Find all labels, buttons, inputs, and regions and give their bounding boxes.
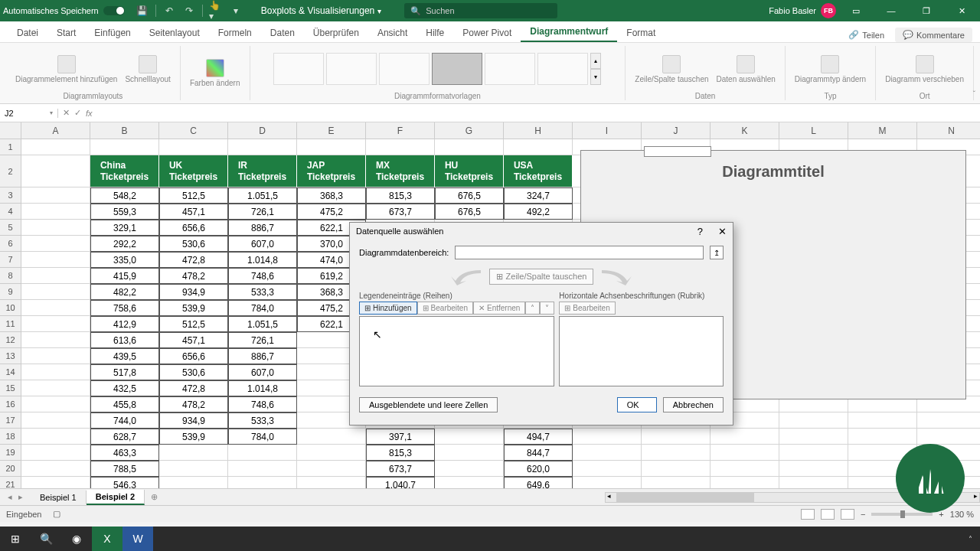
add-sheet-button[interactable]: ⊕ — [145, 492, 164, 502]
obs-icon[interactable]: ◉ — [61, 527, 92, 551]
comments-button[interactable]: 💬 Kommentare — [895, 28, 972, 42]
table-header[interactable]: MXTicketpreis — [366, 155, 435, 187]
data-cell[interactable]: 748,6 — [228, 268, 297, 284]
data-cell[interactable]: 329,1 — [90, 220, 159, 236]
add-chart-element-button[interactable]: Diagrammelement hinzufügen — [12, 54, 120, 85]
row-header-17[interactable]: 17 — [0, 412, 21, 429]
avatar[interactable]: FB — [821, 3, 836, 18]
page-break-view-icon[interactable] — [841, 509, 854, 520]
row-header-18[interactable]: 18 — [0, 429, 21, 445]
style-1[interactable] — [273, 53, 324, 85]
minimize-button[interactable]: — — [876, 0, 906, 21]
data-cell[interactable] — [228, 445, 297, 461]
row-header-5[interactable]: 5 — [0, 220, 21, 236]
add-series-button[interactable]: ⊞ Hinzufügen — [359, 302, 417, 315]
data-cell[interactable]: 748,6 — [228, 396, 297, 412]
qat-more-icon[interactable]: ▾ — [229, 4, 243, 18]
data-cell[interactable]: 292,2 — [90, 236, 159, 252]
data-cell[interactable]: 934,9 — [159, 284, 228, 300]
start-button[interactable]: ⊞ — [0, 527, 31, 551]
tab-start[interactable]: Start — [47, 24, 85, 42]
row-header-12[interactable]: 12 — [0, 332, 21, 348]
move-chart-button[interactable]: Diagramm verschieben — [882, 54, 967, 85]
column-headers[interactable]: ABCDEFGHIJKLMN — [21, 122, 980, 139]
data-cell[interactable]: 546,3 — [90, 477, 159, 488]
quick-layout-button[interactable]: Schnelllayout — [122, 54, 173, 85]
data-cell[interactable]: 744,0 — [90, 412, 159, 429]
data-cell[interactable] — [228, 461, 297, 477]
data-cell[interactable]: 539,9 — [159, 300, 228, 316]
data-cell[interactable]: 530,6 — [159, 236, 228, 252]
tab-seitenlayout[interactable]: Seitenlayout — [140, 24, 209, 42]
move-up-button[interactable]: ˄ — [525, 302, 540, 315]
data-cell[interactable]: 1.014,8 — [228, 380, 297, 396]
data-cell[interactable]: 620,0 — [504, 461, 573, 477]
tab-ansicht[interactable]: Ansicht — [368, 24, 416, 42]
redo-icon[interactable]: ↷ — [182, 4, 196, 18]
col-header-C[interactable]: C — [159, 122, 228, 139]
style-4[interactable] — [432, 53, 482, 85]
col-header-N[interactable]: N — [917, 122, 980, 139]
macro-record-icon[interactable]: ▢ — [53, 509, 60, 519]
tray-up-icon[interactable]: ˄ — [969, 535, 972, 543]
data-cell[interactable] — [435, 461, 504, 477]
search-input[interactable]: 🔍 Suchen — [404, 3, 557, 18]
row-headers[interactable]: 123456789101112131415161718192021 — [0, 139, 21, 488]
data-cell[interactable] — [228, 477, 297, 488]
row-header-19[interactable]: 19 — [0, 445, 21, 461]
col-header-F[interactable]: F — [366, 122, 435, 139]
ribbon-mode-icon[interactable]: ▭ — [841, 0, 871, 21]
data-cell[interactable]: 1.051,5 — [228, 187, 297, 204]
col-header-K[interactable]: K — [710, 122, 779, 139]
tab-formeln[interactable]: Formeln — [209, 24, 261, 42]
data-cell[interactable]: 472,8 — [159, 380, 228, 396]
save-icon[interactable]: 💾 — [136, 4, 149, 18]
row-header-8[interactable]: 8 — [0, 268, 21, 284]
data-cell[interactable]: 530,6 — [159, 364, 228, 380]
data-cell[interactable] — [297, 461, 366, 477]
axis-labels-list[interactable] — [559, 316, 724, 386]
table-header[interactable]: UKTicketpreis — [159, 155, 228, 187]
page-layout-view-icon[interactable] — [821, 509, 835, 520]
search-taskbar-icon[interactable]: 🔍 — [31, 527, 61, 551]
col-header-B[interactable]: B — [90, 122, 159, 139]
dialog-help-icon[interactable]: ? — [697, 226, 703, 237]
col-header-L[interactable]: L — [779, 122, 848, 139]
tab-daten[interactable]: Daten — [261, 24, 304, 42]
data-cell[interactable]: 533,3 — [228, 412, 297, 429]
data-cell[interactable]: 494,7 — [504, 429, 573, 445]
table-header[interactable]: ChinaTicketpreis — [90, 155, 159, 187]
data-cell[interactable]: 628,7 — [90, 429, 159, 445]
data-cell[interactable]: 533,3 — [228, 284, 297, 300]
chart-data-range-input[interactable] — [455, 246, 704, 259]
data-cell[interactable] — [159, 461, 228, 477]
change-chart-type-button[interactable]: Diagrammtyp ändern — [792, 54, 869, 85]
row-header-3[interactable]: 3 — [0, 187, 21, 204]
style-3[interactable] — [379, 53, 430, 85]
data-cell[interactable]: 397,1 — [366, 429, 435, 445]
tab-diagrammentwurf[interactable]: Diagrammentwurf — [521, 22, 617, 42]
change-colors-button[interactable]: Farben ändern — [187, 57, 243, 89]
data-cell[interactable]: 1.040,7 — [366, 477, 435, 488]
legend-entries-list[interactable] — [359, 316, 554, 386]
chart-selection-handle[interactable] — [644, 146, 711, 157]
data-cell[interactable]: 649,6 — [504, 477, 573, 488]
data-cell[interactable]: 676,5 — [435, 187, 504, 204]
data-cell[interactable]: 607,0 — [228, 236, 297, 252]
data-cell[interactable]: 726,1 — [228, 204, 297, 220]
data-cell[interactable]: 1.014,8 — [228, 252, 297, 268]
data-cell[interactable] — [297, 429, 366, 445]
data-cell[interactable]: 548,2 — [90, 187, 159, 204]
data-cell[interactable]: 472,8 — [159, 252, 228, 268]
data-cell[interactable]: 463,3 — [90, 445, 159, 461]
data-cell[interactable]: 412,9 — [90, 316, 159, 332]
style-6[interactable] — [537, 53, 588, 85]
col-header-E[interactable]: E — [297, 122, 366, 139]
data-cell[interactable]: 439,5 — [90, 348, 159, 364]
data-cell[interactable]: 482,2 — [90, 284, 159, 300]
remove-series-button[interactable]: ✕ Entfernen — [473, 302, 525, 315]
data-cell[interactable]: 607,0 — [228, 364, 297, 380]
data-cell[interactable]: 512,5 — [159, 316, 228, 332]
data-cell[interactable]: 457,1 — [159, 332, 228, 348]
data-cell[interactable]: 324,7 — [504, 187, 573, 204]
